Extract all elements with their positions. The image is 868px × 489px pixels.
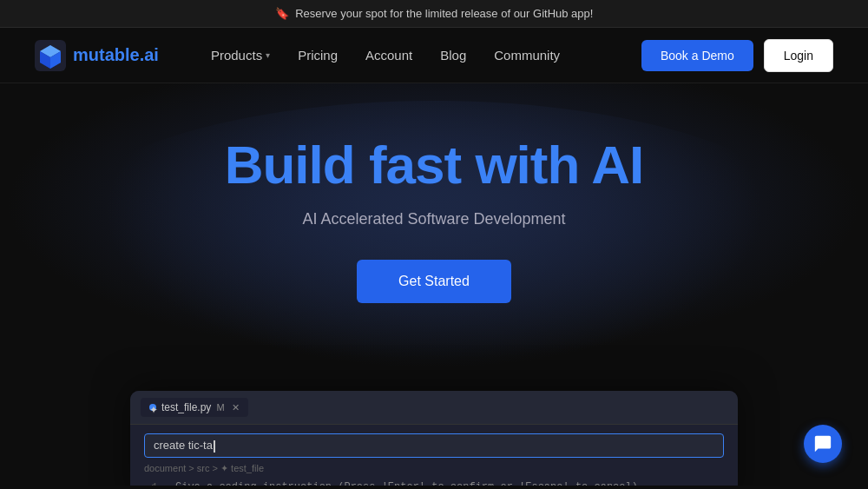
nav-products[interactable]: Products ▾ — [211, 48, 270, 63]
chevron-down-icon: ▾ — [266, 50, 270, 60]
logo-text: mutable.ai — [73, 45, 159, 65]
close-tab-icon[interactable]: ✕ — [232, 402, 240, 413]
tab-badge: M — [216, 402, 224, 413]
breadcrumb-bar: document > src > ✦ test_file — [144, 463, 724, 474]
navbar: mutable.ai Products ▾ Pricing Account Bl… — [0, 28, 868, 83]
nav-products-label: Products — [211, 48, 262, 63]
editor-body: create tic-ta document > src > ✦ test_fi… — [130, 425, 738, 486]
nav-account-label: Account — [365, 48, 412, 63]
logo-icon — [35, 40, 66, 71]
nav-actions: Book a Demo Login — [641, 39, 833, 72]
code-line: 1 Give a coding instruction (Press 'Ente… — [144, 481, 724, 486]
editor-preview: ✦ test_file.py M ✕ create tic-ta documen… — [130, 391, 738, 486]
bookmark-icon: 🔖 — [275, 7, 289, 20]
nav-blog[interactable]: Blog — [440, 48, 466, 63]
nav-community[interactable]: Community — [494, 48, 560, 63]
logo[interactable]: mutable.ai — [35, 40, 159, 71]
banner-text: Reserve your spot for the limited releas… — [295, 7, 593, 20]
editor-hint: Give a coding instruction (Press 'Enter'… — [172, 481, 638, 486]
tab-dot-icon: ✦ — [149, 404, 156, 411]
editor-input[interactable]: create tic-ta — [144, 433, 724, 458]
nav-account[interactable]: Account — [365, 48, 412, 63]
breadcrumb-text: document > src > ✦ test_file — [144, 463, 264, 474]
editor-tab-bar: ✦ test_file.py M ✕ — [130, 391, 738, 425]
nav-pricing-label: Pricing — [298, 48, 338, 63]
book-demo-button[interactable]: Book a Demo — [641, 40, 753, 71]
chat-icon — [813, 434, 832, 453]
editor-tab[interactable]: ✦ test_file.py M ✕ — [141, 398, 248, 417]
nav-links: Products ▾ Pricing Account Blog Communit… — [211, 48, 641, 63]
chat-bubble-button[interactable] — [804, 425, 842, 463]
nav-pricing[interactable]: Pricing — [298, 48, 338, 63]
cursor — [214, 440, 215, 453]
nav-community-label: Community — [494, 48, 560, 63]
nav-blog-label: Blog — [440, 48, 466, 63]
hero-section: Build fast with AI AI Accelerated Softwa… — [0, 83, 868, 486]
top-banner: 🔖 Reserve your spot for the limited rele… — [0, 0, 868, 28]
hero-content: Build fast with AI AI Accelerated Softwa… — [225, 135, 644, 303]
tab-filename: test_file.py — [161, 401, 211, 413]
line-number: 1 — [144, 481, 158, 486]
get-started-button[interactable]: Get Started — [357, 260, 511, 303]
hero-title: Build fast with AI — [225, 135, 644, 195]
editor-input-value: create tic-ta — [154, 439, 213, 452]
hero-subtitle: AI Accelerated Software Development — [225, 210, 644, 228]
login-button[interactable]: Login — [764, 39, 833, 72]
